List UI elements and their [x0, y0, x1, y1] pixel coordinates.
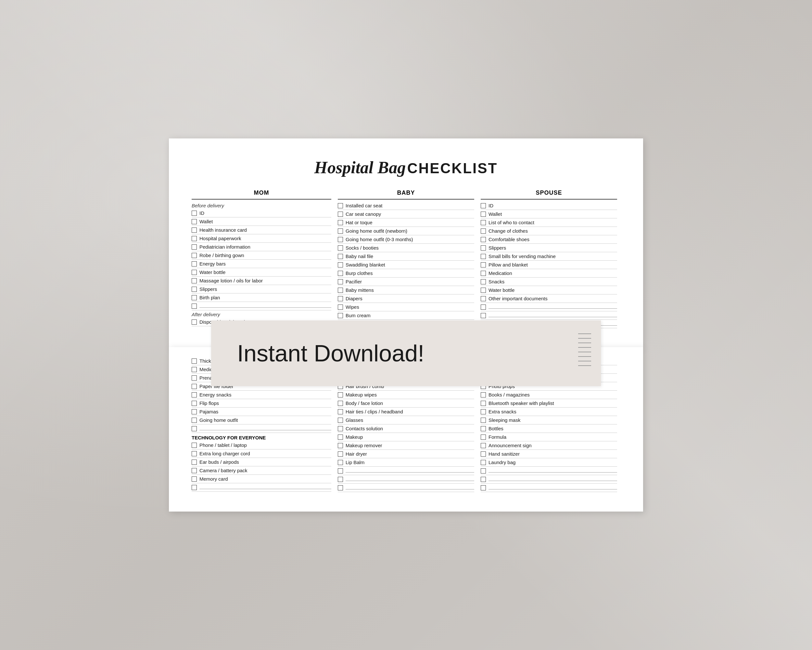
- right-line: [578, 361, 591, 361]
- checkbox[interactable]: [338, 434, 343, 440]
- checkbox[interactable]: [192, 426, 197, 431]
- checkbox[interactable]: [481, 254, 486, 259]
- checkbox[interactable]: [481, 220, 486, 225]
- checkbox[interactable]: [192, 253, 197, 258]
- spouse-column: SPOUSE ID Wallet List of who to contact …: [478, 187, 620, 328]
- checkbox[interactable]: [192, 401, 197, 406]
- checkbox[interactable]: [481, 237, 486, 242]
- checkbox[interactable]: [338, 262, 343, 268]
- checkbox[interactable]: [192, 358, 197, 364]
- checkbox[interactable]: [338, 460, 343, 465]
- mom-after-label: After delivery: [192, 310, 331, 318]
- checkbox[interactable]: [481, 477, 486, 482]
- checkbox[interactable]: [192, 295, 197, 300]
- empty-item: [338, 475, 474, 483]
- checkbox[interactable]: [192, 384, 197, 389]
- checkbox[interactable]: [338, 211, 343, 217]
- checkbox[interactable]: [481, 443, 486, 448]
- checkbox[interactable]: [192, 392, 197, 398]
- checkbox[interactable]: [338, 245, 343, 251]
- list-item: Camera / battery pack: [192, 466, 331, 475]
- checkbox[interactable]: [481, 468, 486, 474]
- checkbox[interactable]: [192, 261, 197, 266]
- instant-download-text: Instant Download!: [237, 340, 424, 366]
- checkbox[interactable]: [192, 460, 197, 465]
- checkbox[interactable]: [481, 426, 486, 431]
- checkbox[interactable]: [338, 477, 343, 482]
- checkbox[interactable]: [338, 426, 343, 431]
- checkbox[interactable]: [481, 451, 486, 457]
- list-item: Extra long charger cord: [192, 450, 331, 458]
- checkbox[interactable]: [192, 245, 197, 249]
- checkbox[interactable]: [192, 304, 197, 309]
- checkbox[interactable]: [192, 476, 197, 482]
- checkbox[interactable]: [481, 392, 486, 398]
- list-item: Swaddling blanket: [338, 261, 474, 269]
- checkbox[interactable]: [338, 296, 343, 301]
- checkbox[interactable]: [192, 468, 197, 473]
- checkbox[interactable]: [481, 262, 486, 268]
- checkbox[interactable]: [481, 245, 486, 251]
- checkbox[interactable]: [192, 485, 197, 490]
- checkbox[interactable]: [338, 237, 343, 242]
- checkbox[interactable]: [481, 304, 486, 310]
- checkbox[interactable]: [481, 313, 486, 318]
- checkbox[interactable]: [338, 409, 343, 414]
- checkbox[interactable]: [338, 203, 343, 208]
- checkbox[interactable]: [481, 409, 486, 414]
- checkbox[interactable]: [192, 367, 197, 372]
- checkbox[interactable]: [338, 401, 343, 406]
- checkbox[interactable]: [481, 288, 486, 293]
- list-item: Makeup remover: [338, 441, 474, 450]
- checkbox[interactable]: [192, 219, 197, 224]
- empty-item: [481, 311, 617, 320]
- checkbox[interactable]: [338, 279, 343, 284]
- checkbox[interactable]: [192, 409, 197, 414]
- list-item: Going home outfit: [192, 416, 331, 424]
- document-container: Hospital Bag CHECKLIST MOM Before delive…: [130, 138, 682, 512]
- checkbox[interactable]: [192, 236, 197, 241]
- checkbox[interactable]: [338, 304, 343, 310]
- checkbox[interactable]: [338, 228, 343, 234]
- checkbox[interactable]: [192, 270, 197, 275]
- checkbox[interactable]: [481, 296, 486, 301]
- list-item: Sleeping mask: [481, 416, 617, 424]
- checkbox[interactable]: [481, 203, 486, 208]
- checkbox[interactable]: [192, 278, 197, 283]
- checkbox[interactable]: [481, 211, 486, 217]
- checkbox[interactable]: [481, 271, 486, 276]
- checkbox[interactable]: [192, 320, 197, 325]
- checkbox[interactable]: [192, 443, 197, 448]
- checkbox[interactable]: [338, 254, 343, 259]
- checkbox[interactable]: [481, 485, 486, 491]
- checkbox[interactable]: [192, 418, 197, 423]
- right-line: [578, 338, 591, 339]
- checkbox[interactable]: [192, 375, 197, 381]
- checkbox[interactable]: [338, 468, 343, 474]
- list-item: Books / magazines: [481, 391, 617, 399]
- checkbox[interactable]: [481, 279, 486, 284]
- checkbox[interactable]: [481, 418, 486, 423]
- mom-column: MOM Before delivery ID Wallet Health ins…: [192, 187, 334, 328]
- right-lines-decoration: [578, 333, 591, 366]
- checkbox[interactable]: [338, 451, 343, 457]
- checkbox[interactable]: [192, 228, 197, 233]
- checkbox[interactable]: [481, 228, 486, 234]
- checkbox[interactable]: [481, 460, 486, 465]
- checkbox[interactable]: [192, 451, 197, 456]
- checkbox[interactable]: [338, 443, 343, 448]
- checkbox[interactable]: [338, 288, 343, 293]
- list-item: Formula: [481, 433, 617, 441]
- mom-before-label: Before delivery: [192, 202, 331, 209]
- checkbox[interactable]: [338, 271, 343, 276]
- checkbox[interactable]: [338, 485, 343, 491]
- checkbox[interactable]: [338, 418, 343, 423]
- checkbox[interactable]: [481, 434, 486, 440]
- list-item: Pediatrician information: [192, 243, 331, 251]
- checkbox[interactable]: [338, 313, 343, 318]
- checkbox[interactable]: [481, 401, 486, 406]
- checkbox[interactable]: [338, 392, 343, 398]
- checkbox[interactable]: [338, 220, 343, 225]
- checkbox[interactable]: [192, 287, 197, 292]
- checkbox[interactable]: [192, 211, 197, 216]
